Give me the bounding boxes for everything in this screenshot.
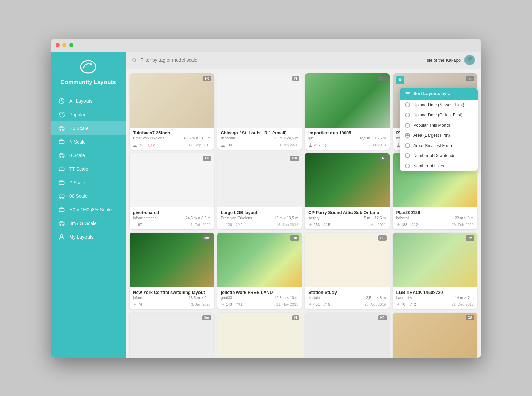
sort-option-label-area-smallest: Area (Smallest First) [413, 143, 452, 148]
card-size: 15 m × 12,5 m [362, 216, 386, 220]
card-stats: 97 [133, 223, 142, 227]
card-stats: 70 2 [396, 302, 416, 306]
layout-card-13[interactable]: IIm [130, 313, 214, 358]
card-badge: IIm [202, 235, 211, 241]
sort-option-num-likes[interactable]: Number of Likes [400, 161, 478, 171]
sidebar-item-popular[interactable]: Popular [51, 108, 126, 121]
layout-card-3[interactable]: IImImportiert aus 18005lgb32,5 m × 16,5 … [305, 73, 390, 150]
train-icon-oo [58, 193, 65, 200]
card-meta: 216 15. Jul 2018 [305, 143, 390, 150]
maximize-button[interactable] [69, 43, 73, 47]
card-downloads: 155 [133, 143, 144, 147]
sidebar-item-label: H0m / H0n3½ Scale [69, 207, 112, 212]
layout-card-7[interactable]: NCP Parry Sound Attic Sub Ontariosaspry1… [305, 153, 390, 229]
sort-option-area-largest[interactable]: Area (Largest First) [400, 130, 478, 140]
layout-card-9[interactable]: IImNew York Central switching layoutjafo… [130, 233, 214, 309]
card-thumbnail: H0 [130, 73, 214, 128]
card-title: LGB TRACK 1450x720 [396, 290, 474, 295]
sidebar-item-ho-scale[interactable]: H0 Scale [51, 121, 126, 135]
card-thumbnail: H0 [305, 313, 390, 358]
card-downloads: 256 [308, 223, 320, 227]
sidebar-item-z-scale[interactable]: Z Scale [51, 176, 126, 189]
heart-icon-small [235, 223, 240, 227]
sidebar-item-h0m-scale[interactable]: H0m / H0n3½ Scale [51, 203, 126, 216]
layout-card-10[interactable]: H0joliette work FREE LANDgoat3310,5 m × … [217, 233, 302, 309]
heart-icon-small [323, 223, 327, 227]
sidebar-item-label: 00 Scale [69, 193, 88, 199]
svg-point-1 [90, 63, 92, 65]
layout-card-14[interactable]: N [217, 313, 302, 358]
sidebar-item-label: All Layouts [69, 98, 92, 104]
layout-card-16[interactable]: CS [393, 313, 477, 358]
layout-card-2[interactable]: NChicago / St. Louis - R.1 (small)richar… [217, 73, 302, 150]
card-size: 24,5 m × 8,5 m [186, 216, 211, 220]
sort-option-popular-month[interactable]: Popular This Month [400, 120, 478, 130]
card-badge: N [292, 315, 299, 320]
sidebar: Community Layouts All Layouts Popular H0… [51, 52, 126, 358]
layout-card-11[interactable]: H0Station Studyffortuin12,5 m × 8 m 451 … [305, 233, 390, 309]
card-badge: IIm [202, 315, 211, 320]
sort-button[interactable] [396, 76, 404, 84]
radio-upload-newest [405, 102, 410, 107]
user-area: Isle of the Kakapo [425, 55, 475, 65]
layout-card-12[interactable]: IImLGB TRACK 1450x720Laurent V14 m × 7 m… [393, 233, 477, 309]
sidebar-item-n-scale[interactable]: N Scale [51, 135, 126, 149]
heart-icon-small [409, 302, 413, 306]
sidebar-item-iim-scale[interactable]: IIm / G Scale [51, 216, 126, 230]
card-badge: H0 [203, 156, 211, 161]
card-thumbnail: N [305, 153, 390, 207]
card-thumbnail: H0 [130, 153, 214, 207]
card-downloads: 143 [221, 302, 232, 306]
card-title: Station Study [308, 290, 386, 295]
card-info: Importiert aus 18005lgb32,5 m × 16,5 m [305, 128, 390, 142]
app-logo [78, 58, 98, 75]
sidebar-item-oo-scale[interactable]: 00 Scale [51, 189, 126, 203]
card-likes: 2 [235, 223, 243, 227]
sort-option-upload-newest[interactable]: Upload Date (Newest First) [400, 100, 478, 110]
user-name: Isle of the Kakapo [425, 58, 461, 63]
card-date: 21. Dec 2017 [452, 302, 474, 306]
layout-card-1[interactable]: H0Tuinbaan7.25inchErnst van Erkelens49,5… [130, 73, 214, 150]
minimize-button[interactable] [62, 43, 66, 47]
layout-card-15[interactable]: H0 [305, 313, 390, 358]
sort-option-upload-oldest[interactable]: Upload Date (Oldest First) [400, 110, 478, 120]
svg-rect-10 [60, 140, 63, 141]
card-date: 11. Nov 2018 [276, 302, 298, 306]
layout-card-6[interactable]: IImLarge LGB layoutErnst van Erkelens15 … [217, 153, 302, 229]
card-thumbnail: IIm [393, 233, 477, 287]
sidebar-item-my-layouts[interactable]: My Layouts [51, 230, 126, 244]
search-input[interactable] [140, 57, 422, 63]
card-badge: IIm [378, 76, 386, 81]
sort-option-area-smallest[interactable]: Area (Smallest First) [400, 140, 478, 151]
card-meta: 126 218. Sep 2018 [217, 223, 302, 229]
sort-option-num-downloads[interactable]: Number of Downloads [400, 151, 478, 161]
card-author-row: Ernst van Erkelens15 m × 13,5 m [221, 216, 299, 220]
card-thumbnail: H0 [305, 233, 390, 287]
card-downloads: 216 [308, 143, 320, 147]
person-icon [58, 233, 65, 240]
radio-area-smallest [405, 143, 410, 148]
train-icon-tt [58, 166, 65, 172]
card-downloads: 70 [396, 302, 405, 306]
close-button[interactable] [56, 43, 60, 47]
card-date: 29. Feb 2020 [452, 223, 474, 227]
download-icon [221, 302, 225, 306]
sidebar-item-o-scale[interactable]: 0 Scale [51, 149, 126, 162]
card-date: 1. Feb 2020 [191, 223, 211, 227]
layout-card-5[interactable]: H0givet-sharedinformatimago24,5 m × 8,5 … [130, 153, 214, 229]
train-icon-n [58, 138, 65, 145]
sidebar-item-tt-scale[interactable]: TT Scale [51, 162, 126, 176]
card-thumbnail: H0 [217, 233, 302, 287]
radio-num-likes [405, 164, 410, 168]
card-author-row: informatimago24,5 m × 8,5 m [133, 216, 211, 220]
card-size: 30 m × 24,5 m [274, 136, 298, 140]
card-thumbnail: N [217, 73, 302, 128]
sort-option-label-popular-month: Popular This Month [413, 123, 450, 128]
heart-icon-small [411, 223, 415, 227]
card-info: New York Central switching layoutjaforde… [130, 287, 214, 302]
sidebar-item-all-layouts[interactable]: All Layouts [51, 94, 126, 108]
download-icon [221, 143, 225, 147]
card-likes: 5 [323, 302, 330, 306]
svg-rect-30 [60, 208, 63, 209]
sidebar-item-label: Z Scale [69, 180, 85, 185]
